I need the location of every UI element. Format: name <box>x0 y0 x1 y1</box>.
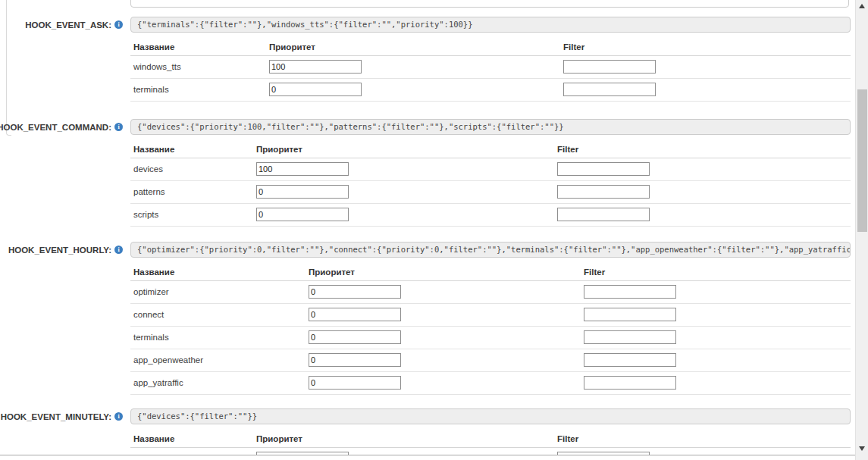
down-arrow-icon <box>859 446 865 451</box>
priority-input[interactable] <box>256 162 349 176</box>
row-name: terminals <box>133 327 169 349</box>
table-row: terminals <box>130 79 851 102</box>
up-arrow-icon <box>859 4 865 8</box>
window-bottom-edge <box>0 455 855 455</box>
info-icon[interactable]: i <box>114 246 123 254</box>
row-name: connect <box>133 304 164 326</box>
hook-table: Название Приоритет Filter <box>130 424 851 455</box>
field-label-group: HOOK_EVENT_COMMAND: i <box>0 119 123 135</box>
info-icon[interactable]: i <box>114 412 123 421</box>
table-header-row: Название Приоритет Filter <box>130 33 851 56</box>
field-label-group: HOOK_EVENT_MINUTELY: i <box>0 408 123 424</box>
priority-input[interactable] <box>309 285 401 299</box>
previous-config-input-partial[interactable] <box>130 0 849 8</box>
priority-input[interactable] <box>309 376 401 390</box>
section-hook-event-hourly: HOOK_EVENT_HOURLY: i {"optimizer":{"prio… <box>0 242 851 395</box>
config-json-box: {"terminals":{"filter":""},"windows_tts"… <box>130 17 851 33</box>
filter-input[interactable] <box>584 308 676 321</box>
row-name: terminals <box>133 79 169 101</box>
hook-table: Название Приоритет Filter devices patter… <box>130 135 851 227</box>
section-hook-event-minutely: HOOK_EVENT_MINUTELY: i {"devices":{"filt… <box>0 408 851 455</box>
priority-input[interactable] <box>309 308 401 321</box>
field-label-group: HOOK_EVENT_HOURLY: i <box>0 242 123 258</box>
column-header-priority: Приоритет <box>269 42 315 52</box>
row-name: optimizer <box>133 281 169 303</box>
config-json-box: {"optimizer":{"priority":0,"filter":""},… <box>130 242 851 258</box>
table-row: terminals <box>130 327 851 349</box>
column-header-priority: Приоритет <box>256 434 302 443</box>
priority-input[interactable] <box>309 353 401 367</box>
filter-input[interactable] <box>584 285 676 299</box>
hook-table: Название Приоритет Filter optimizer conn… <box>130 258 851 395</box>
scrollbar-down-button[interactable] <box>856 442 868 455</box>
settings-form-viewport: HOOK_EVENT_ASK: i {"terminals":{"filter"… <box>0 0 855 455</box>
column-header-priority: Приоритет <box>256 145 302 154</box>
field-label-group: HOOK_EVENT_ASK: i <box>0 17 123 33</box>
priority-input[interactable] <box>256 208 349 221</box>
hook-table: Название Приоритет Filter windows_tts te… <box>130 33 851 102</box>
priority-input[interactable] <box>309 330 401 344</box>
section-hook-event-ask: HOOK_EVENT_ASK: i {"terminals":{"filter"… <box>0 17 851 102</box>
info-icon[interactable]: i <box>114 20 123 29</box>
column-header-filter: Filter <box>563 42 584 52</box>
row-name: patterns <box>133 181 165 203</box>
scrollbar-up-button[interactable] <box>856 0 868 13</box>
table-row: connect <box>130 304 851 327</box>
filter-input[interactable] <box>563 83 656 96</box>
table-row: scripts <box>130 204 851 227</box>
column-header-filter: Filter <box>557 434 578 443</box>
priority-input[interactable] <box>269 60 362 74</box>
table-header-row: Название Приоритет Filter <box>130 258 851 281</box>
table-row: app_openweather <box>130 349 851 372</box>
table-row: devices <box>130 158 851 181</box>
info-icon[interactable]: i <box>114 123 123 131</box>
filter-input[interactable] <box>557 208 650 221</box>
vertical-scrollbar[interactable] <box>855 0 868 460</box>
priority-input[interactable] <box>269 83 362 96</box>
column-header-name: Название <box>133 434 174 443</box>
filter-input[interactable] <box>557 162 650 176</box>
filter-input[interactable] <box>584 353 676 367</box>
filter-input[interactable] <box>557 185 650 199</box>
column-header-name: Название <box>133 268 174 277</box>
row-name: scripts <box>133 204 158 226</box>
filter-input[interactable] <box>584 330 676 344</box>
column-header-name: Название <box>133 145 174 154</box>
field-label: HOOK_EVENT_HOURLY: <box>8 246 111 255</box>
section-hook-event-command: HOOK_EVENT_COMMAND: i {"devices":{"prior… <box>0 119 851 227</box>
config-json-box: {"devices":{"filter":""}} <box>130 408 851 424</box>
table-row: optimizer <box>130 281 851 304</box>
row-name: app_yatraffic <box>133 372 183 394</box>
priority-input[interactable] <box>256 185 349 199</box>
field-label: HOOK_EVENT_MINUTELY: <box>1 412 111 421</box>
column-header-filter: Filter <box>557 145 578 154</box>
scrollbar-thumb[interactable] <box>857 89 867 232</box>
table-header-row: Название Приоритет Filter <box>130 135 851 158</box>
column-header-priority: Приоритет <box>309 268 355 277</box>
column-header-name: Название <box>133 42 174 52</box>
table-row: patterns <box>130 181 851 204</box>
field-label: HOOK_EVENT_ASK: <box>25 20 111 30</box>
row-name: devices <box>133 158 163 180</box>
filter-input[interactable] <box>563 60 656 74</box>
table-row: app_yatraffic <box>130 372 851 395</box>
field-label: HOOK_EVENT_COMMAND: <box>0 123 111 132</box>
table-row <box>130 448 851 455</box>
row-name: app_openweather <box>133 349 203 371</box>
config-json-box: {"devices":{"priority":100,"filter":""},… <box>130 119 851 135</box>
table-row: windows_tts <box>130 56 851 79</box>
filter-input[interactable] <box>584 376 676 390</box>
row-name: windows_tts <box>133 56 181 78</box>
column-header-filter: Filter <box>584 268 605 277</box>
table-header-row: Название Приоритет Filter <box>130 424 851 448</box>
